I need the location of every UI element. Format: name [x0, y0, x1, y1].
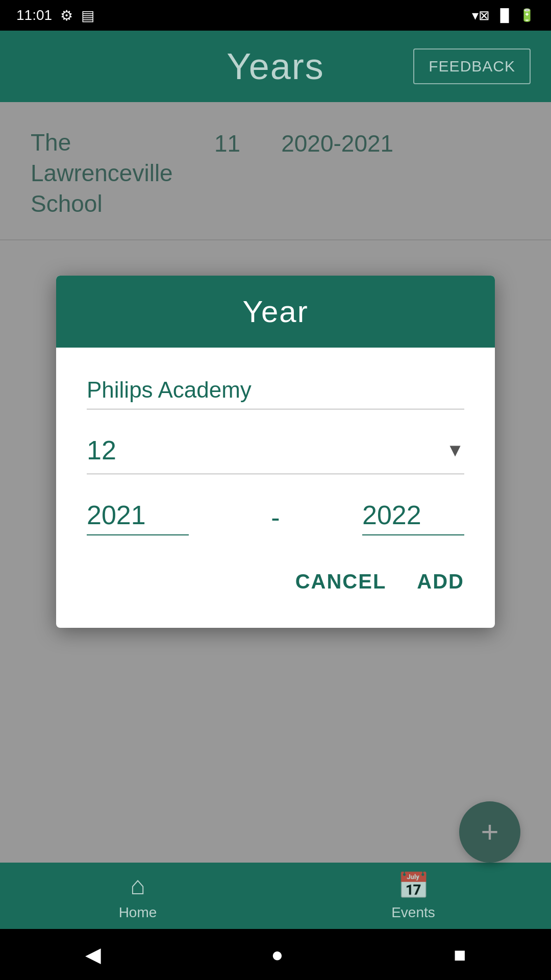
battery-icon: 🔋	[519, 8, 535, 22]
dialog-container: Year 12 ▼ -	[0, 102, 551, 863]
dialog-title: Year	[242, 295, 308, 329]
school-input[interactable]	[87, 373, 464, 409]
signal-icon: ▐▌	[496, 8, 513, 22]
year-separator: -	[199, 502, 352, 533]
year-end-input[interactable]	[362, 500, 464, 535]
content-area: The Lawrenceville School 11 2020-2021 Ye…	[0, 102, 551, 863]
grade-dropdown[interactable]: 12 ▼	[87, 435, 464, 474]
nav-events[interactable]: 📅 Events	[276, 871, 551, 921]
year-start-input[interactable]	[87, 500, 189, 535]
nav-home[interactable]: ⌂ Home	[0, 871, 276, 921]
dialog-body: 12 ▼ - CANCEL ADD	[56, 348, 495, 628]
year-dialog: Year 12 ▼ -	[56, 276, 495, 628]
cancel-button[interactable]: CANCEL	[295, 566, 387, 597]
home-icon: ⌂	[130, 871, 145, 900]
nav-home-label: Home	[119, 904, 157, 921]
dialog-actions: CANCEL ADD	[87, 566, 464, 607]
page-title: Years	[227, 45, 324, 87]
home-button[interactable]: ●	[251, 938, 304, 971]
nav-events-label: Events	[391, 904, 435, 921]
year-range-row: -	[87, 500, 464, 535]
clipboard-icon: ▤	[81, 7, 94, 24]
recent-button[interactable]: ■	[433, 938, 486, 971]
system-nav: ◀ ● ■	[0, 929, 551, 980]
wifi-icon: ▾⊠	[472, 8, 490, 23]
app-page: 11:01 ⚙ ▤ ▾⊠ ▐▌ 🔋 Years FEEDBACK The Law…	[0, 0, 551, 980]
chevron-down-icon: ▼	[446, 439, 464, 461]
time-display: 11:01	[16, 7, 52, 23]
status-bar: 11:01 ⚙ ▤ ▾⊠ ▐▌ 🔋	[0, 0, 551, 31]
status-left: 11:01 ⚙ ▤	[16, 7, 94, 24]
settings-icon: ⚙	[60, 7, 73, 24]
status-right: ▾⊠ ▐▌ 🔋	[472, 8, 535, 23]
bottom-nav: ⌂ Home 📅 Events	[0, 863, 551, 929]
grade-value: 12	[87, 435, 116, 465]
add-button[interactable]: ADD	[417, 566, 464, 597]
back-button[interactable]: ◀	[65, 938, 121, 971]
dialog-header: Year	[56, 276, 495, 348]
app-bar: Years FEEDBACK	[0, 31, 551, 102]
feedback-button[interactable]: FEEDBACK	[413, 48, 531, 84]
calendar-icon: 📅	[397, 871, 429, 900]
